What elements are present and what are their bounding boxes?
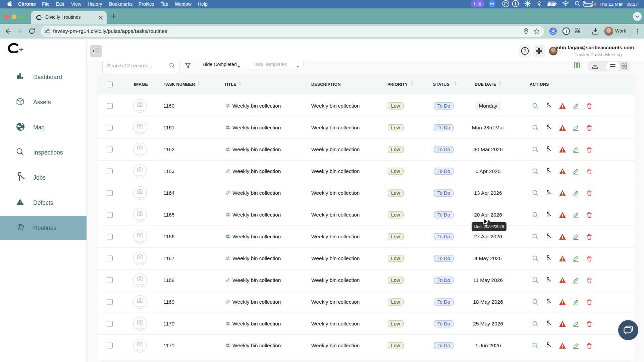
svg-text:zm: zm [490, 2, 494, 5]
